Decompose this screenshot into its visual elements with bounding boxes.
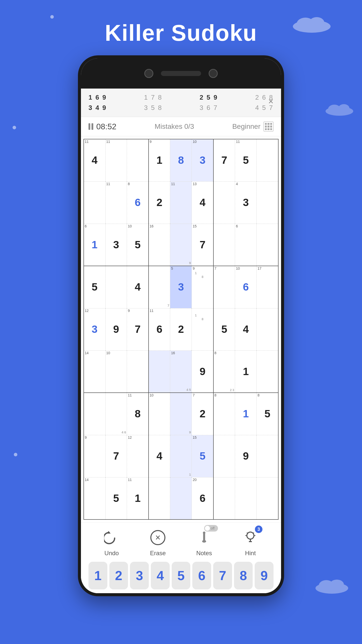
cell-r5c5[interactable]: 2 [170,308,192,350]
cell-r1c3[interactable] [127,139,149,181]
cell-r7c3[interactable]: 118 [127,393,149,435]
cell-r9c3[interactable]: 111 [127,477,149,519]
cell-r2c1[interactable] [84,181,105,224]
cell-r8c1[interactable]: 9 [84,435,105,477]
hint-178[interactable]: 1 7 8 [144,94,162,101]
cell-r7c5[interactable]: 9 [170,393,192,435]
cell-r4c1[interactable]: 5 [84,266,105,308]
undo-button[interactable]: Undo [102,528,122,557]
cell-r4c5[interactable]: 53 [170,266,192,308]
cell-r2c8[interactable]: 43 [235,181,257,224]
cell-r2c5[interactable]: 11 [170,181,192,224]
num-key-1[interactable]: 1 [88,562,107,589]
cell-r1c5[interactable]: 8 [170,139,192,181]
num-key-8[interactable]: 8 [234,562,253,589]
cell-r7c2[interactable]: 4 6 [105,393,127,435]
cell-r3c3[interactable]: 105 [127,224,149,266]
cell-r7c7[interactable]: 8 [213,393,235,435]
cell-r2c9[interactable] [257,181,278,224]
cell-r6c7[interactable]: 82 3 [213,350,235,393]
grid-view-icon[interactable] [263,122,274,132]
cell-r9c5[interactable] [170,477,192,519]
cell-r9c4[interactable] [149,477,170,519]
cell-r6c8[interactable]: 1 [235,350,257,393]
hint-169[interactable]: 1 6 9 [88,94,107,101]
cell-r3c8[interactable]: 6 [235,224,257,266]
cell-r6c4[interactable] [149,350,170,393]
cell-r8c5[interactable]: 1 [170,435,192,477]
cell-r6c1[interactable]: 14 [84,350,105,393]
cell-r8c2[interactable]: 7 [105,435,127,477]
cell-r9c8[interactable] [235,477,257,519]
cell-r5c9[interactable] [257,308,278,350]
cell-r8c4[interactable]: 4 [149,435,170,477]
cell-r6c9[interactable] [257,350,278,393]
cell-r7c6[interactable]: 72 [192,393,213,435]
cell-r7c4[interactable]: 10 [149,393,170,435]
hint-367[interactable]: 3 6 7 [200,104,218,112]
cell-r3c2[interactable]: 3 [105,224,127,266]
cell-r8c8[interactable]: 9 [235,435,257,477]
num-key-2[interactable]: 2 [109,562,128,589]
cell-r8c6[interactable]: 155 [192,435,213,477]
cell-r3c6[interactable]: 157 [192,224,213,266]
cell-r1c6[interactable]: 103 [192,139,213,181]
cell-r6c2[interactable]: 10 [105,350,127,393]
cell-r4c9[interactable]: 17 [257,266,278,308]
cell-r9c2[interactable]: 5 [105,477,127,519]
cell-r3c4[interactable]: 16 [149,224,170,266]
cell-r2c3[interactable]: 86 [127,181,149,224]
cell-r5c4[interactable]: 116 [149,308,170,350]
cell-r1c1[interactable]: 114 [84,139,105,181]
cell-r3c7[interactable] [213,224,235,266]
cell-r4c2[interactable] [105,266,127,308]
cell-r7c1[interactable] [84,393,105,435]
pause-button[interactable] [88,123,93,130]
cell-r7c9[interactable]: 85 [257,393,278,435]
cell-r2c6[interactable]: 134 [192,181,213,224]
cell-r4c6[interactable]: 918 [192,266,213,308]
num-key-7[interactable]: 7 [213,562,232,589]
cell-r6c3[interactable] [127,350,149,393]
cell-r3c5[interactable]: 9 [170,224,192,266]
erase-button[interactable]: × Erase [148,528,168,557]
notes-toggle[interactable]: off [204,525,218,532]
cell-r4c3[interactable]: 4 [127,266,149,308]
cell-r8c3[interactable]: 12 [127,435,149,477]
cell-r5c1[interactable]: 123 [84,308,105,350]
hint-259[interactable]: 2 5 9 [200,94,218,101]
cell-r6c6[interactable]: 9 [192,350,213,393]
close-button[interactable]: × [268,96,274,107]
cell-r9c1[interactable]: 14 [84,477,105,519]
cell-r8c9[interactable] [257,435,278,477]
cell-r3c9[interactable] [257,224,278,266]
cell-r5c2[interactable]: 9 [105,308,127,350]
cell-r1c2[interactable]: 11 [105,139,127,181]
cell-r1c7[interactable]: 7 [213,139,235,181]
hint-358[interactable]: 3 5 8 [144,104,162,112]
cell-r1c9[interactable] [257,139,278,181]
cell-r2c7[interactable] [213,181,235,224]
notes-button[interactable]: off Notes [194,528,214,557]
cell-r6c5[interactable]: 164 5 [170,350,192,393]
cell-r9c7[interactable] [213,477,235,519]
cell-r5c7[interactable]: 5 [213,308,235,350]
cell-r1c4[interactable]: 91 [149,139,170,181]
cell-r7c8[interactable]: 1 [235,393,257,435]
cell-r9c9[interactable] [257,477,278,519]
cell-r5c6[interactable]: 18 [192,308,213,350]
cell-r2c4[interactable]: 2 [149,181,170,224]
hint-button[interactable]: 3 Hint [240,528,260,557]
cell-r3c1[interactable]: 61 [84,224,105,266]
num-key-3[interactable]: 3 [130,562,149,589]
num-key-5[interactable]: 5 [172,562,191,589]
cell-r5c3[interactable]: 97 [127,308,149,350]
hint-349[interactable]: 3 4 9 [88,104,107,112]
num-key-9[interactable]: 9 [255,562,274,589]
cell-r2c2[interactable]: 11 [105,181,127,224]
num-key-6[interactable]: 6 [192,562,211,589]
cell-r4c4[interactable]: 7 [149,266,170,308]
cell-r8c7[interactable] [213,435,235,477]
cell-r5c8[interactable]: 4 [235,308,257,350]
cell-r4c7[interactable]: 7 [213,266,235,308]
